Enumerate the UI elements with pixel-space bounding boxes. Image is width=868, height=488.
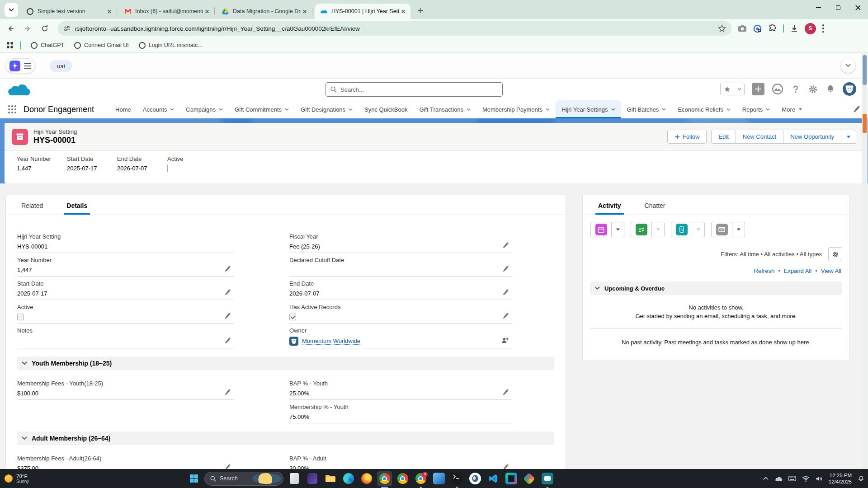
nav-tab-reports[interactable]: Reports: [736, 100, 776, 118]
taskbar-edge[interactable]: [341, 471, 356, 486]
back-button[interactable]: [4, 22, 17, 35]
global-search-box[interactable]: Search...: [326, 82, 503, 97]
taskbar-terminal[interactable]: [449, 471, 464, 486]
nav-tab-more[interactable]: More: [776, 100, 808, 118]
tab-close-icon[interactable]: [301, 8, 308, 15]
nav-tab-gift-batches[interactable]: Gift Batches: [621, 100, 672, 118]
password-manager-icon[interactable]: [753, 24, 762, 33]
browser-tab-drive[interactable]: Data Migration - Google Drive: [216, 4, 312, 19]
nav-tab-campaigns[interactable]: Campaigns: [180, 100, 229, 118]
downloads-icon[interactable]: [790, 24, 798, 33]
bookmark-chatgpt[interactable]: ChatGPT: [31, 42, 64, 49]
edit-pencil-icon[interactable]: [224, 389, 231, 395]
notifications-bell-icon[interactable]: [826, 84, 835, 94]
app-launcher-icon[interactable]: [7, 104, 17, 114]
expand-all-link[interactable]: Expand All: [784, 267, 811, 274]
taskbar-pgadmin[interactable]: [540, 471, 555, 486]
email-dropdown[interactable]: [732, 222, 745, 237]
nav-tab-accounts[interactable]: Accounts: [137, 100, 180, 118]
environment-chip[interactable]: uat: [50, 60, 72, 72]
owner-link[interactable]: Momentum Worldwide: [302, 338, 360, 345]
task-dropdown[interactable]: [651, 222, 664, 237]
taskbar-app-blue[interactable]: [431, 471, 446, 486]
new-contact-button[interactable]: New Contact: [736, 130, 783, 144]
edit-pencil-icon[interactable]: [502, 289, 509, 296]
tray-onedrive-icon[interactable]: [774, 476, 783, 481]
taskbar-app-widgets[interactable]: [287, 471, 302, 486]
help-icon[interactable]: [791, 84, 801, 94]
tray-notifications-bell-icon[interactable]: [858, 475, 864, 482]
extensions-puzzle-icon[interactable]: [768, 24, 777, 33]
sparkle-icon[interactable]: [9, 61, 20, 71]
panel-toggle-button[interactable]: [841, 58, 855, 73]
site-settings-icon[interactable]: [63, 25, 71, 32]
taskbar-clock[interactable]: 12:25 PM 12/4/2025: [829, 472, 852, 485]
hamburger-menu-icon[interactable]: [24, 63, 31, 69]
nav-tab-gift-transactions[interactable]: Gift Transactions: [413, 100, 476, 118]
window-minimize-button[interactable]: [808, 0, 828, 15]
edit-pencil-icon[interactable]: [502, 266, 509, 272]
tray-wifi-icon[interactable]: [802, 476, 810, 482]
new-event-button[interactable]: [591, 222, 611, 237]
bookmark-star-icon[interactable]: [718, 24, 726, 33]
bookmark-connect-gmail[interactable]: Connect Gmail UI: [74, 42, 129, 49]
more-actions-dropdown[interactable]: [841, 130, 856, 144]
view-all-link[interactable]: View All: [821, 267, 841, 274]
edit-nav-pencil-icon[interactable]: [853, 106, 860, 113]
apps-grid-icon[interactable]: [6, 42, 14, 49]
window-maximize-button[interactable]: [828, 0, 848, 15]
tab-chatter[interactable]: Chatter: [642, 202, 668, 215]
tab-search-button[interactable]: [5, 3, 18, 17]
edit-pencil-icon[interactable]: [224, 338, 231, 344]
browser-menu-icon[interactable]: [822, 24, 824, 33]
taskbar-search[interactable]: Search: [204, 472, 283, 486]
favorites-star-icon[interactable]: [721, 83, 734, 95]
tab-close-icon[interactable]: [105, 8, 113, 15]
taskbar-vscode[interactable]: [486, 471, 500, 486]
tray-keyboard-icon[interactable]: [788, 476, 796, 481]
taskbar-postgresql[interactable]: [467, 471, 482, 486]
edit-pencil-icon[interactable]: [502, 242, 509, 249]
screenshot-camera-icon[interactable]: [738, 25, 747, 32]
favorites-dropdown-icon[interactable]: [734, 83, 744, 95]
bookmark-login-url[interactable]: Login URL mismatc...: [139, 42, 203, 49]
email-button[interactable]: [712, 222, 732, 237]
taskbar-firefox[interactable]: [359, 471, 374, 486]
scrollbar-thumb[interactable]: [863, 55, 867, 85]
nav-tab-economic-reliefs[interactable]: Economic Reliefs: [672, 100, 736, 118]
user-avatar[interactable]: [843, 82, 856, 96]
activity-settings-button[interactable]: [828, 247, 842, 261]
taskbar-app-dark-purple[interactable]: [305, 471, 320, 486]
taskbar-file-explorer[interactable]: [323, 471, 338, 486]
refresh-link[interactable]: Refresh: [754, 267, 775, 274]
new-opportunity-button[interactable]: New Opportunity: [783, 130, 841, 144]
trailhead-icon[interactable]: [772, 83, 783, 95]
url-bar[interactable]: isijoftoronto--uat.sandbox.lightning.for…: [58, 21, 731, 36]
tab-activity[interactable]: Activity: [595, 202, 624, 215]
call-dropdown[interactable]: [692, 222, 704, 237]
taskbar-pycharm[interactable]: [504, 471, 519, 486]
browser-tab-chatgpt[interactable]: Simple text version: [21, 4, 117, 19]
taskbar-chrome-2[interactable]: [395, 471, 410, 486]
window-close-button[interactable]: [848, 0, 868, 15]
taskbar-chrome-profile-s[interactable]: S: [413, 471, 428, 486]
tab-details[interactable]: Details: [64, 202, 90, 215]
browser-profile-avatar[interactable]: S: [805, 23, 816, 34]
nav-tab-gift-commitments[interactable]: Gift Commitments: [229, 100, 295, 118]
browser-tab-salesforce-active[interactable]: HYS-00001 | Hijri Year Setting | S: [315, 4, 410, 19]
tray-volume-icon[interactable]: [816, 476, 823, 482]
edit-pencil-icon[interactable]: [224, 313, 231, 319]
change-owner-icon[interactable]: [501, 337, 509, 344]
edit-pencil-icon[interactable]: [224, 266, 231, 272]
edit-pencil-icon[interactable]: [224, 289, 231, 296]
section-adult-membership[interactable]: Adult Membership (26–64): [17, 432, 554, 445]
forward-button[interactable]: [21, 22, 34, 35]
section-youth-membership[interactable]: Youth Membership (18–25): [17, 357, 554, 370]
nav-tab-sync-quickbook[interactable]: Sync QuickBook: [359, 100, 413, 118]
setup-gear-icon[interactable]: [808, 84, 818, 94]
follow-button[interactable]: Follow: [667, 130, 707, 144]
log-call-button[interactable]: [671, 222, 692, 237]
start-button[interactable]: [186, 471, 201, 486]
tab-related[interactable]: Related: [19, 202, 46, 215]
tray-chevron-up-icon[interactable]: [763, 477, 769, 480]
